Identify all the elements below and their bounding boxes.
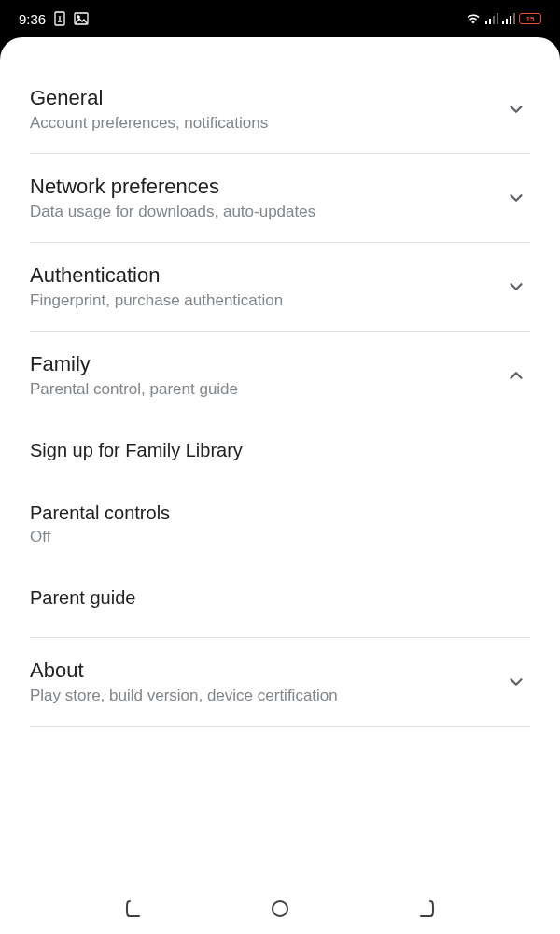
- section-about[interactable]: About Play store, build version, device …: [30, 638, 530, 727]
- settings-list: General Account preferences, notificatio…: [0, 65, 560, 727]
- section-subtitle: Fingerprint, purchase authentication: [30, 291, 506, 310]
- recents-icon[interactable]: [123, 898, 146, 924]
- signal-icon: [485, 13, 498, 24]
- svg-rect-3: [485, 21, 487, 24]
- home-icon[interactable]: [269, 898, 291, 924]
- svg-rect-7: [502, 21, 504, 24]
- signal-icon-2: [502, 13, 515, 24]
- sub-item-title: Sign up for Family Library: [30, 440, 530, 461]
- status-time: 9:36: [19, 11, 46, 27]
- sub-item-title: Parent guide: [30, 587, 530, 609]
- chevron-up-icon: [506, 365, 530, 386]
- chevron-down-icon: [506, 276, 530, 297]
- section-subtitle: Account preferences, notifications: [30, 114, 506, 133]
- sub-item-value: Off: [30, 528, 530, 546]
- navigation-bar: [0, 887, 560, 934]
- section-general[interactable]: General Account preferences, notificatio…: [30, 65, 530, 154]
- svg-point-11: [273, 901, 287, 916]
- svg-rect-9: [510, 16, 511, 24]
- section-title: About: [30, 658, 506, 683]
- svg-rect-4: [489, 19, 491, 24]
- section-text: Authentication Fingerprint, purchase aut…: [30, 263, 506, 310]
- section-title: Family: [30, 352, 506, 376]
- section-title: General: [30, 86, 506, 110]
- section-text: About Play store, build version, device …: [30, 658, 506, 705]
- parental-controls-item[interactable]: Parental controls Off: [30, 482, 530, 567]
- section-text: Network preferences Data usage for downl…: [30, 175, 506, 221]
- section-subtitle: Data usage for downloads, auto-updates: [30, 203, 506, 221]
- sim-card-icon: [53, 11, 66, 26]
- svg-rect-5: [493, 16, 495, 24]
- section-family-expanded: Family Parental control, parent guide Si…: [30, 332, 530, 638]
- status-left: 9:36: [19, 11, 89, 27]
- chevron-down-icon: [506, 672, 530, 692]
- chevron-down-icon: [506, 99, 530, 120]
- svg-rect-8: [506, 19, 508, 24]
- chevron-down-icon: [506, 188, 530, 208]
- battery-icon: 15: [519, 13, 541, 24]
- sub-item-title: Parental controls: [30, 502, 530, 524]
- image-icon: [74, 12, 89, 25]
- status-right: 15: [465, 12, 541, 25]
- section-subtitle: Parental control, parent guide: [30, 380, 506, 399]
- section-network[interactable]: Network preferences Data usage for downl…: [30, 154, 530, 243]
- family-signup-item[interactable]: Sign up for Family Library: [30, 419, 530, 482]
- section-family[interactable]: Family Parental control, parent guide: [30, 332, 530, 419]
- section-authentication[interactable]: Authentication Fingerprint, purchase aut…: [30, 243, 530, 332]
- section-text: General Account preferences, notificatio…: [30, 86, 506, 133]
- svg-rect-10: [513, 13, 515, 24]
- parent-guide-item[interactable]: Parent guide: [30, 567, 530, 630]
- section-text: Family Parental control, parent guide: [30, 352, 506, 399]
- section-title: Authentication: [30, 263, 506, 288]
- back-icon[interactable]: [414, 898, 437, 924]
- status-bar: 9:36 15: [0, 0, 560, 37]
- wifi-icon: [465, 12, 482, 25]
- section-subtitle: Play store, build version, device certif…: [30, 686, 506, 705]
- svg-rect-6: [497, 13, 498, 24]
- section-title: Network preferences: [30, 175, 506, 199]
- svg-point-2: [77, 16, 79, 18]
- settings-content: General Account preferences, notificatio…: [0, 37, 560, 887]
